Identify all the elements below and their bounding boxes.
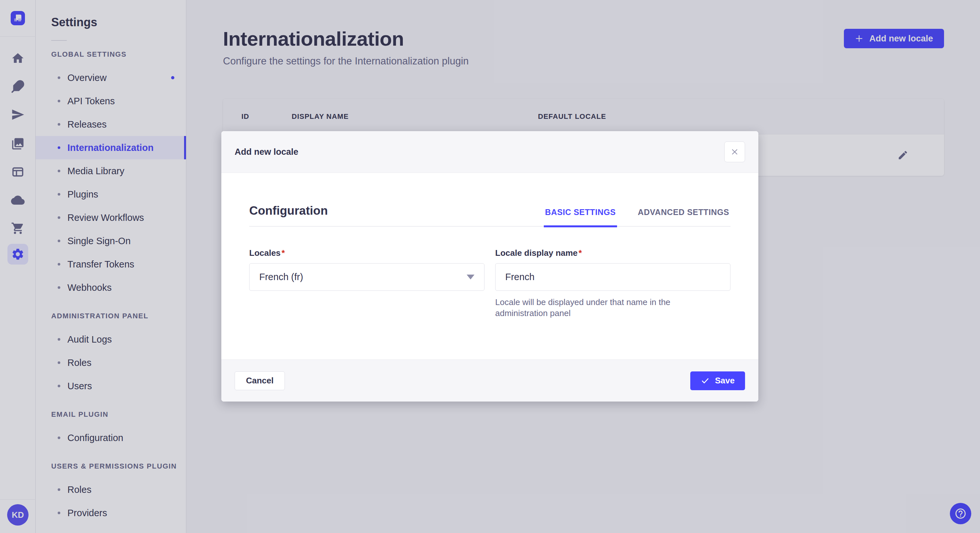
caret-down-icon	[467, 274, 474, 279]
display-name-input[interactable]	[495, 263, 730, 291]
settings-tabs: BASIC SETTINGS ADVANCED SETTINGS	[544, 208, 730, 226]
modal-footer: Cancel Save	[221, 359, 758, 401]
locale-form: Locales* French (fr) Locale display name…	[249, 248, 730, 319]
display-name-label: Locale display name*	[495, 248, 582, 258]
tab-advanced-settings[interactable]: ADVANCED SETTINGS	[636, 208, 730, 227]
save-button[interactable]: Save	[690, 371, 745, 390]
configuration-title: Configuration	[249, 204, 328, 226]
locales-select-value: French (fr)	[259, 272, 303, 282]
required-asterisk: *	[282, 248, 285, 258]
locales-field-group: Locales* French (fr)	[249, 248, 485, 319]
locales-label: Locales*	[249, 248, 285, 258]
display-name-field-group: Locale display name* Locale will be disp…	[495, 248, 730, 319]
display-name-label-text: Locale display name	[495, 248, 578, 258]
modal-header: Add new locale	[221, 131, 758, 173]
modal-title: Add new locale	[235, 147, 299, 157]
required-asterisk: *	[579, 248, 582, 258]
configuration-header-row: Configuration BASIC SETTINGS ADVANCED SE…	[249, 204, 730, 227]
locales-select[interactable]: French (fr)	[249, 263, 485, 291]
close-icon	[730, 148, 739, 156]
add-locale-modal: Add new locale Configuration BASIC SETTI…	[221, 131, 758, 401]
close-modal-button[interactable]	[724, 141, 745, 162]
check-icon	[701, 376, 710, 385]
cancel-button[interactable]: Cancel	[235, 371, 285, 390]
locales-label-text: Locales	[249, 248, 281, 258]
display-name-helper-text: Locale will be displayed under that name…	[495, 297, 722, 319]
save-button-label: Save	[715, 376, 735, 385]
tab-basic-settings[interactable]: BASIC SETTINGS	[544, 208, 617, 227]
modal-body: Configuration BASIC SETTINGS ADVANCED SE…	[221, 173, 758, 359]
